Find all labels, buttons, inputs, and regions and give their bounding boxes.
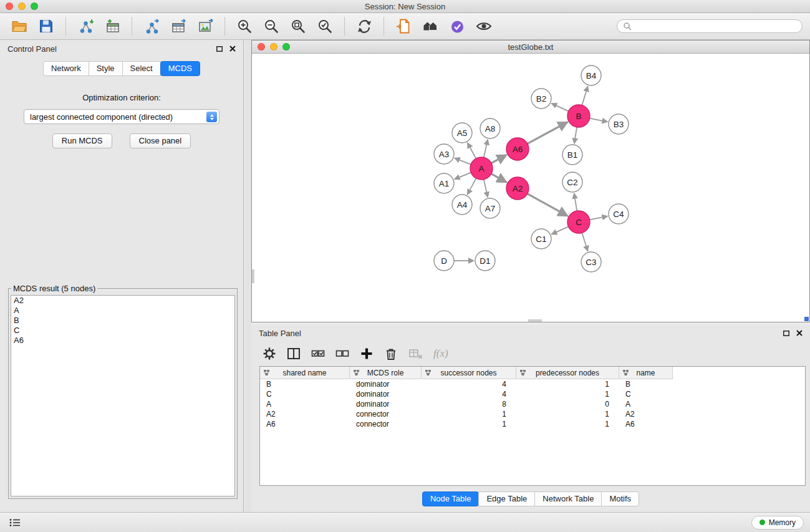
show-columns-button[interactable]: [287, 347, 301, 360]
graph-node-D1[interactable]: D1: [475, 251, 495, 271]
table-cell[interactable]: 8: [422, 399, 516, 409]
table-cell[interactable]: C: [619, 389, 673, 399]
close-panel-action-button[interactable]: Close panel: [130, 133, 191, 148]
table-cell[interactable]: A2: [619, 409, 673, 419]
table-cell[interactable]: 1: [516, 419, 619, 429]
table-cell[interactable]: 1: [516, 409, 619, 419]
network-canvas[interactable]: B4B2BB3A5A8A6B1A3AC2A1A2A4A7C4CC1C3DD1: [252, 54, 809, 322]
delete-column-button[interactable]: [384, 347, 398, 360]
graph-node-B[interactable]: B: [567, 105, 590, 127]
graph-edge-C-C2[interactable]: [574, 193, 577, 211]
graph-node-B3[interactable]: B3: [609, 114, 629, 134]
home-button[interactable]: [418, 15, 442, 37]
table-cell[interactable]: A6: [619, 419, 673, 429]
table-cell[interactable]: B: [619, 379, 673, 389]
graph-node-A5[interactable]: A5: [452, 123, 472, 143]
result-item[interactable]: A6: [11, 336, 234, 346]
graph-node-C1[interactable]: C1: [531, 229, 551, 249]
tab-mcds[interactable]: MCDS: [160, 61, 200, 76]
table-cell[interactable]: 1: [422, 409, 516, 419]
network-zoom-button[interactable]: [282, 43, 290, 51]
table-cell[interactable]: A: [619, 399, 673, 409]
table-cell[interactable]: 4: [422, 389, 516, 399]
minimize-window-button[interactable]: [18, 2, 26, 10]
export-image-button[interactable]: [193, 15, 217, 37]
graph-edge-A-A8[interactable]: [484, 140, 488, 158]
result-item[interactable]: B: [11, 316, 234, 326]
table-cell[interactable]: connector: [350, 409, 422, 419]
tab-edge-table[interactable]: Edge Table: [478, 491, 535, 506]
result-item[interactable]: A: [11, 306, 234, 316]
export-table-button[interactable]: [166, 15, 190, 37]
close-panel-button[interactable]: [229, 46, 236, 52]
graph-edge-A-A4[interactable]: [468, 178, 476, 195]
graph-edge-B-B3[interactable]: [590, 118, 608, 122]
show-hide-graphics-button[interactable]: [472, 15, 496, 37]
tab-node-table[interactable]: Node Table: [422, 491, 480, 506]
graph-node-C2[interactable]: C2: [562, 172, 582, 192]
zoom-out-button[interactable]: [259, 15, 283, 37]
table-row-A2[interactable]: A2connector11A2: [260, 409, 805, 419]
table-cell[interactable]: B: [260, 379, 350, 389]
graph-edge-A6-B[interactable]: [528, 122, 568, 144]
graph-node-C[interactable]: C: [567, 211, 590, 233]
graph-node-C4[interactable]: C4: [609, 204, 629, 224]
export-document-button[interactable]: [392, 15, 415, 37]
graph-node-A4[interactable]: A4: [452, 195, 472, 215]
graph-edge-A-A6[interactable]: [491, 155, 507, 163]
graph-node-A7[interactable]: A7: [480, 198, 500, 218]
graph-edge-A-A1[interactable]: [455, 173, 471, 180]
table-cell[interactable]: C: [260, 389, 350, 399]
graph-node-A8[interactable]: A8: [480, 118, 500, 138]
panel-splitter[interactable]: [244, 40, 251, 512]
memory-button[interactable]: Memory: [751, 516, 804, 530]
select-all-button[interactable]: [311, 347, 325, 360]
tab-network[interactable]: Network: [43, 61, 89, 76]
graph-edge-A-A5[interactable]: [468, 143, 476, 158]
table-cell[interactable]: dominator: [350, 399, 422, 409]
graph-node-C3[interactable]: C3: [581, 252, 601, 272]
graph-node-B2[interactable]: B2: [531, 89, 551, 109]
table-cell[interactable]: 1: [516, 389, 619, 399]
function-builder-button[interactable]: f(x): [433, 347, 448, 360]
column-header-successor-nodes[interactable]: successor nodes: [422, 367, 516, 379]
table-settings-button[interactable]: [263, 347, 276, 360]
import-table-button[interactable]: [100, 15, 124, 37]
criterion-dropdown[interactable]: largest connected component (directed): [24, 109, 219, 124]
table-cell[interactable]: 1: [516, 379, 619, 389]
window-resize-handle[interactable]: [804, 317, 809, 321]
zoom-in-button[interactable]: [233, 15, 256, 37]
table-cell[interactable]: dominator: [350, 379, 422, 389]
table-float-panel-button[interactable]: [783, 331, 789, 336]
open-session-button[interactable]: [7, 15, 31, 37]
table-close-panel-button[interactable]: [796, 330, 803, 336]
graph-node-A1[interactable]: A1: [434, 173, 454, 193]
network-minimize-button[interactable]: [270, 43, 277, 51]
table-cell[interactable]: A6: [260, 419, 350, 429]
graph-edge-A-A7[interactable]: [484, 180, 488, 198]
table-cell[interactable]: 0: [516, 399, 619, 409]
graph-node-D[interactable]: D: [434, 251, 454, 271]
table-cell[interactable]: connector: [350, 419, 422, 429]
graph-node-B4[interactable]: B4: [581, 65, 601, 85]
task-history-button[interactable]: [6, 516, 24, 530]
tab-select[interactable]: Select: [122, 61, 161, 76]
network-close-button[interactable]: [258, 43, 265, 51]
result-item[interactable]: C: [11, 326, 234, 336]
graph-edge-A-A2[interactable]: [491, 174, 507, 183]
graph-node-B1[interactable]: B1: [562, 145, 582, 165]
tab-network-table[interactable]: Network Table: [534, 491, 602, 506]
column-header-predecessor-nodes[interactable]: predecessor nodes: [516, 367, 619, 379]
graph-edge-C-C4[interactable]: [590, 216, 608, 220]
tab-motifs[interactable]: Motifs: [601, 491, 639, 506]
export-network-button[interactable]: [140, 15, 163, 37]
search-input[interactable]: [635, 22, 796, 31]
close-window-button[interactable]: [6, 2, 13, 10]
refresh-layout-button[interactable]: [352, 15, 376, 37]
search-box[interactable]: [617, 19, 803, 33]
graph-node-A2[interactable]: A2: [506, 177, 529, 200]
table-row-C[interactable]: Cdominator41C: [260, 389, 805, 399]
column-header-name[interactable]: name: [619, 367, 673, 379]
graph-edge-C-C3[interactable]: [582, 233, 587, 251]
graph-edge-A-A3[interactable]: [455, 158, 471, 164]
